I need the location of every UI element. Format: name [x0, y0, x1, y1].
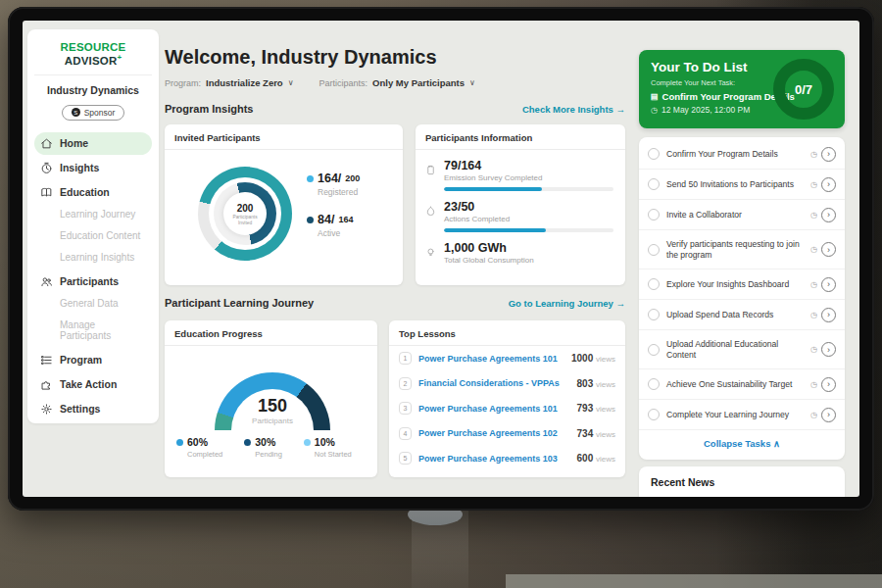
clipboard-icon: ▤	[651, 92, 659, 101]
lesson-link[interactable]: Power Purchase Agreements 101	[418, 354, 571, 364]
task-list-card: Confirm Your Program Details◷›Send 50 In…	[639, 137, 845, 460]
sidebar-item-education[interactable]: Education	[34, 181, 152, 204]
task-chevron-button[interactable]: ›	[821, 408, 836, 422]
legend-dot	[307, 217, 314, 223]
legend-item: 164/200Registered	[307, 172, 360, 197]
card-title: Participants Information	[416, 124, 625, 150]
info-item: 23/50Actions Completed	[425, 200, 613, 232]
collapse-tasks-link[interactable]: Collapse Tasks ∧	[639, 430, 845, 458]
recent-news-title: Recent News	[651, 476, 833, 488]
sidebar-item-label: Insights	[60, 162, 99, 173]
sponsor-icon: S	[72, 108, 80, 117]
monitor-bezel: RESOURCE ADVISOR+ Industry Dynamics S Sp…	[8, 7, 874, 511]
sidebar-item-settings[interactable]: Settings	[34, 398, 152, 420]
lesson-row: 1Power Purchase Agreements 1011000 views	[389, 346, 625, 371]
check-more-insights-link[interactable]: Check More Insights →	[522, 104, 625, 115]
org-name: Industry Dynamics	[34, 84, 152, 96]
gauge-center: 150 Participants	[215, 397, 330, 425]
task-chevron-button[interactable]: ›	[821, 242, 836, 257]
sidebar-item-take-action[interactable]: Take Action	[34, 373, 152, 396]
take-action-icon	[40, 378, 53, 391]
info-item: 79/164Emission Survey Completed	[425, 159, 613, 191]
sidebar: RESOURCE ADVISOR+ Industry Dynamics S Sp…	[27, 29, 159, 423]
chevron-down-icon: ∨	[288, 78, 294, 87]
donut-legend: 164/200Registered84/164Active	[307, 172, 360, 254]
sidebar-item-participants[interactable]: Participants	[34, 270, 152, 293]
task-checkbox[interactable]	[648, 148, 660, 160]
task-chevron-button[interactable]: ›	[821, 177, 836, 192]
task-checkbox[interactable]	[648, 344, 660, 356]
sidebar-item-home[interactable]: Home	[34, 132, 152, 155]
sidebar-subitem-education-content[interactable]: Education Content	[34, 225, 152, 247]
task-checkbox[interactable]	[648, 378, 660, 390]
consumption-icon	[425, 241, 437, 265]
task-row: Invite a Collaborator◷›	[639, 200, 845, 230]
home-icon	[40, 137, 53, 150]
legend-dot	[307, 175, 314, 182]
legend-item: 60%Completed	[176, 436, 222, 459]
info-list: 79/164Emission Survey Completed23/50Acti…	[416, 150, 625, 265]
task-checkbox[interactable]	[648, 178, 660, 190]
task-chevron-button[interactable]: ›	[821, 277, 836, 292]
lesson-row: 4Power Purchase Agreements 102734 views	[389, 421, 625, 447]
task-checkbox[interactable]	[648, 244, 660, 256]
dashboard-screen: RESOURCE ADVISOR+ Industry Dynamics S Sp…	[23, 21, 859, 497]
legend-dot	[304, 439, 311, 446]
task-row: Complete Your Learning Journey◷›	[639, 400, 845, 430]
clock-icon: ◷	[810, 245, 817, 254]
task-checkbox[interactable]	[648, 409, 660, 420]
legend-dot	[176, 439, 183, 446]
clock-icon: ◷	[810, 311, 817, 319]
lesson-link[interactable]: Financial Considerations - VPPAs	[418, 378, 577, 388]
card-title: Education Progress	[165, 320, 377, 346]
logo-advisor: ADVISOR	[65, 55, 118, 67]
task-checkbox[interactable]	[648, 209, 660, 220]
clock-icon: ◷	[810, 150, 817, 159]
sidebar-subitem-learning-journey[interactable]: Learning Journey	[34, 204, 152, 225]
lesson-row: 2Financial Considerations - VPPAs803 vie…	[389, 371, 625, 397]
sidebar-item-program[interactable]: Program	[34, 349, 152, 371]
participants-filter[interactable]: Participants: Only My Participants ∨	[319, 77, 475, 88]
task-chevron-button[interactable]: ›	[821, 342, 836, 357]
right-column: Your To Do List Complete Your Next Task:…	[639, 50, 845, 497]
lesson-link[interactable]: Power Purchase Agreements 101	[418, 404, 577, 414]
sidebar-item-label: Program	[60, 354, 102, 366]
recent-news-card: Recent News	[639, 466, 845, 497]
task-checkbox[interactable]	[648, 309, 660, 320]
task-row: Verify participants requesting to join t…	[639, 230, 845, 270]
task-chevron-button[interactable]: ›	[821, 308, 836, 322]
legend-item: 30%Pending	[244, 436, 282, 459]
sidebar-subitem-general-data[interactable]: General Data	[34, 293, 152, 315]
participants-icon	[40, 275, 53, 288]
sidebar-nav: HomeInsightsEducationLearning JourneyEdu…	[34, 130, 152, 420]
donut-center: 200 Participants Invited	[223, 192, 267, 235]
sidebar-subitem-manage-participants[interactable]: Manage Participants	[34, 315, 152, 347]
sidebar-item-label: Home	[60, 137, 88, 149]
participants-information-card: Participants Information 79/164Emission …	[416, 124, 625, 285]
task-chevron-button[interactable]: ›	[821, 147, 836, 162]
lesson-rank-badge: 4	[399, 427, 412, 440]
program-filter[interactable]: Program: Industrialize Zero ∨	[165, 77, 294, 88]
task-chevron-button[interactable]: ›	[821, 208, 836, 222]
task-row: Confirm Your Program Details◷›	[639, 139, 845, 170]
page-title: Welcome, Industry Dynamics	[165, 46, 437, 69]
todo-card: Your To Do List Complete Your Next Task:…	[639, 50, 845, 128]
go-to-learning-journey-link[interactable]: Go to Learning Journey →	[509, 298, 625, 309]
app-logo: RESOURCE ADVISOR+	[34, 37, 152, 75]
settings-icon	[40, 403, 53, 416]
todo-progress-ring: 0/7	[773, 59, 834, 120]
task-chevron-button[interactable]: ›	[821, 377, 836, 392]
lesson-link[interactable]: Power Purchase Agreements 102	[418, 428, 577, 438]
arrow-right-icon: →	[616, 104, 626, 115]
task-row: Upload Spend Data Records◷›	[639, 300, 845, 330]
lesson-list: 1Power Purchase Agreements 1011000 views…	[389, 346, 625, 471]
sidebar-subitem-learning-insights[interactable]: Learning Insights	[34, 247, 152, 269]
sidebar-item-label: Take Action	[60, 378, 117, 390]
sidebar-item-insights[interactable]: Insights	[34, 157, 152, 179]
sponsor-badge: S Sponsor	[62, 105, 125, 121]
lesson-link[interactable]: Power Purchase Agreements 103	[418, 454, 577, 464]
task-checkbox[interactable]	[648, 278, 660, 290]
clock-icon: ◷	[810, 211, 817, 220]
lesson-rank-badge: 2	[399, 377, 412, 390]
lesson-rank-badge: 5	[399, 452, 412, 465]
